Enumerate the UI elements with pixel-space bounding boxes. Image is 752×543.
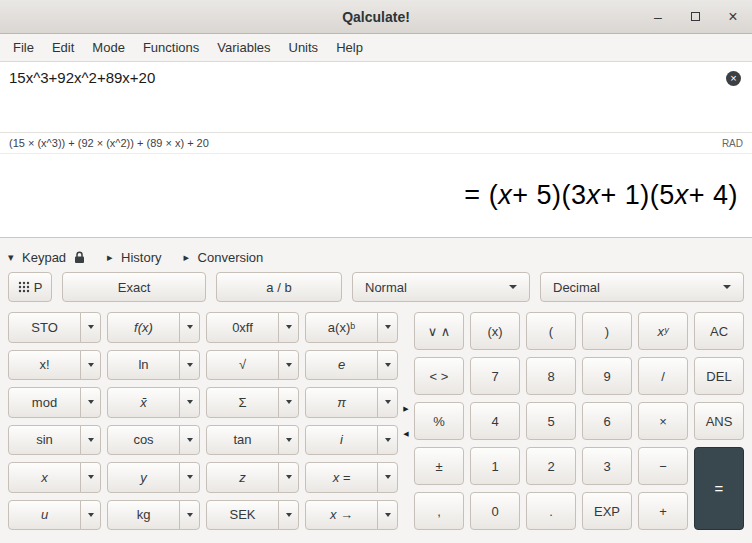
clear-icon[interactable]	[726, 71, 741, 86]
variable-x-button[interactable]: x	[8, 462, 81, 493]
sum-button[interactable]: Σ	[206, 387, 279, 418]
pi-menu-button[interactable]	[377, 387, 398, 418]
digit-0-button[interactable]: 0	[470, 492, 520, 530]
tangent-menu-button[interactable]	[278, 425, 299, 456]
assign-menu-button[interactable]	[377, 462, 398, 493]
number-base-button[interactable]: 0xff	[206, 312, 279, 343]
open-parenthesis-button[interactable]: (	[526, 312, 576, 350]
answer-button[interactable]: ANS	[694, 402, 744, 440]
expression-input[interactable]: 15x^3+92x^2+89x+20	[0, 62, 752, 133]
factorial-button[interactable]: x!	[8, 350, 81, 381]
angle-mode-indicator[interactable]: RAD	[722, 138, 743, 149]
currency-sek-button[interactable]: SEK	[206, 500, 279, 531]
result-display[interactable]: = (x + 5)(3x + 1)(5x + 4)	[0, 154, 752, 238]
currency-sek-menu-button[interactable]	[278, 500, 299, 531]
close-icon[interactable]: ×	[726, 9, 740, 25]
digit-3-button[interactable]: 3	[582, 447, 632, 485]
digit-8-button[interactable]: 8	[526, 357, 576, 395]
keypad-toggle[interactable]: ▾ Keypad	[8, 250, 85, 265]
digit-1-button[interactable]: 1	[470, 447, 520, 485]
sum-menu-button[interactable]	[278, 387, 299, 418]
exact-button[interactable]: Exact	[62, 272, 206, 302]
digit-9-button[interactable]: 9	[582, 357, 632, 395]
variable-z-button[interactable]: z	[206, 462, 279, 493]
digit-4-button[interactable]: 4	[470, 402, 520, 440]
programming-keypad-button[interactable]: P	[8, 272, 52, 302]
divide-button[interactable]: /	[638, 357, 688, 395]
function-menu-button[interactable]	[179, 312, 200, 343]
delete-button[interactable]: DEL	[694, 357, 744, 395]
store-button[interactable]: STO	[8, 312, 81, 343]
euler-number-button[interactable]: e	[305, 350, 378, 381]
power-button[interactable]: xʸ	[638, 312, 688, 350]
expand-left-icon[interactable]: ◀	[403, 430, 408, 437]
digit-2-button[interactable]: 2	[526, 447, 576, 485]
cursor-up-down-button[interactable]: ∨ ∧	[414, 312, 464, 350]
add-button[interactable]: +	[638, 492, 688, 530]
function-button[interactable]: f(x)	[107, 312, 180, 343]
store-menu-button[interactable]	[80, 312, 101, 343]
convert-menu-button[interactable]	[377, 500, 398, 531]
comma-button[interactable]: ,	[414, 492, 464, 530]
variable-x-menu-button[interactable]	[80, 462, 101, 493]
tangent-button[interactable]: tan	[206, 425, 279, 456]
pi-button[interactable]: π	[305, 387, 378, 418]
digit-6-button[interactable]: 6	[582, 402, 632, 440]
digit-5-button[interactable]: 5	[526, 402, 576, 440]
subtract-button[interactable]: −	[638, 447, 688, 485]
factorial-menu-button[interactable]	[80, 350, 101, 381]
natural-log-menu-button[interactable]	[179, 350, 200, 381]
kilogram-button[interactable]: kg	[107, 500, 180, 531]
menu-item-help[interactable]: Help	[327, 35, 372, 60]
menu-item-mode[interactable]: Mode	[83, 35, 134, 60]
menu-item-edit[interactable]: Edit	[43, 35, 83, 60]
close-parenthesis-button[interactable]: )	[582, 312, 632, 350]
assign-button[interactable]: x =	[305, 462, 378, 493]
history-toggle[interactable]: ▸ History	[107, 250, 161, 265]
sine-menu-button[interactable]	[80, 425, 101, 456]
convert-button[interactable]: x →	[305, 500, 378, 531]
menu-item-functions[interactable]: Functions	[134, 35, 208, 60]
square-root-button[interactable]: √	[206, 350, 279, 381]
exponent-button[interactable]: EXP	[582, 492, 632, 530]
menu-item-units[interactable]: Units	[280, 35, 328, 60]
euler-number-menu-button[interactable]	[377, 350, 398, 381]
power-function-button[interactable]: a(x)ᵇ	[305, 312, 378, 343]
sine-button[interactable]: sin	[8, 425, 81, 456]
plus-minus-button[interactable]: ±	[414, 447, 464, 485]
square-root-menu-button[interactable]	[278, 350, 299, 381]
modulo-button[interactable]: mod	[8, 387, 81, 418]
expand-right-icon[interactable]: ▶	[403, 405, 408, 412]
imaginary-unit-button[interactable]: i	[305, 425, 378, 456]
multiply-button[interactable]: ×	[638, 402, 688, 440]
kilogram-menu-button[interactable]	[179, 500, 200, 531]
cursor-left-right-button[interactable]: < >	[414, 357, 464, 395]
number-base-menu-button[interactable]	[278, 312, 299, 343]
variable-y-menu-button[interactable]	[179, 462, 200, 493]
cosine-button[interactable]: cos	[107, 425, 180, 456]
maximize-icon[interactable]	[691, 12, 700, 21]
menu-item-variables[interactable]: Variables	[208, 35, 279, 60]
power-function-menu-button[interactable]	[377, 312, 398, 343]
natural-log-button[interactable]: ln	[107, 350, 180, 381]
menu-item-file[interactable]: File	[4, 35, 43, 60]
equals-button[interactable]: =	[694, 447, 744, 530]
percent-button[interactable]: %	[414, 402, 464, 440]
minimize-icon[interactable]: –	[651, 10, 665, 24]
number-base-dropdown[interactable]: Decimal	[540, 272, 744, 302]
all-clear-button[interactable]: AC	[694, 312, 744, 350]
imaginary-unit-menu-button[interactable]	[377, 425, 398, 456]
unit-u-button[interactable]: u	[8, 500, 81, 531]
mean-button[interactable]: x̄	[107, 387, 180, 418]
lock-icon[interactable]	[74, 251, 85, 264]
display-mode-dropdown[interactable]: Normal	[352, 272, 530, 302]
modulo-menu-button[interactable]	[80, 387, 101, 418]
conversion-toggle[interactable]: ▸ Conversion	[184, 250, 264, 265]
digit-7-button[interactable]: 7	[470, 357, 520, 395]
decimal-point-button[interactable]: .	[526, 492, 576, 530]
cosine-menu-button[interactable]	[179, 425, 200, 456]
unit-u-menu-button[interactable]	[80, 500, 101, 531]
smart-parentheses-button[interactable]: (x)	[470, 312, 520, 350]
fraction-button[interactable]: a / b	[216, 272, 342, 302]
mean-menu-button[interactable]	[179, 387, 200, 418]
